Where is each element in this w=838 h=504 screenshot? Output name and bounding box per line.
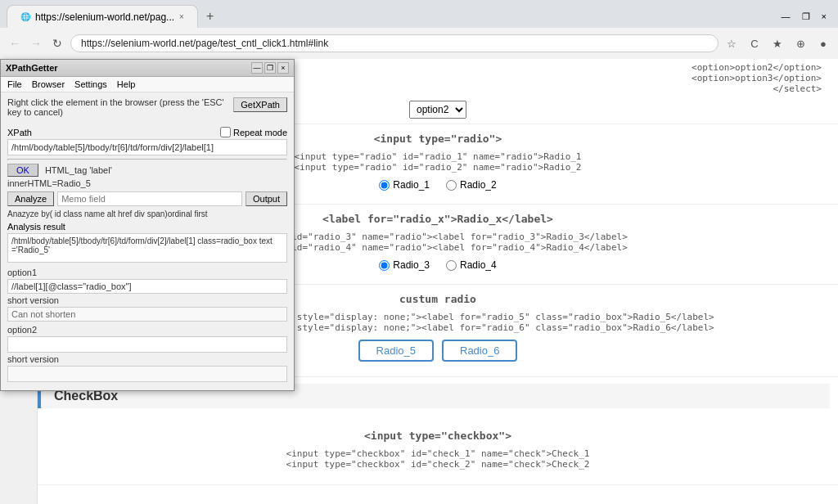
popup-instruction-row: Right click the element in the browser (…	[7, 97, 287, 122]
xpath-label-row: XPath Repeat mode	[7, 127, 287, 137]
menu-file[interactable]: File	[7, 79, 22, 89]
tab-title: https://selenium-world.net/pag...	[35, 11, 174, 23]
popup-controls: — ❐ ×	[251, 62, 289, 74]
menu-settings[interactable]: Settings	[74, 79, 107, 89]
analyze-row: Analyze Output	[7, 191, 287, 206]
checkbox-code: <input type="checkbox" id="check_1" name…	[54, 448, 822, 470]
option1-label: option1	[7, 268, 287, 277]
radio2-label-1: Radio_3	[393, 259, 430, 271]
option1-value[interactable]: //label[1][@class="radio_box"]	[7, 279, 287, 294]
popup-title: XPathGetter	[6, 63, 58, 73]
popup-body: Right click the element in the browser (…	[1, 92, 294, 390]
new-tab-button[interactable]: +	[201, 7, 219, 25]
tab-bar: 🌐 https://selenium-world.net/pag... × + …	[0, 0, 838, 28]
popup-instruction: Right click the element in the browser (…	[7, 97, 233, 117]
radio1-heading-text: <input type="radio">	[374, 133, 502, 145]
back-button[interactable]: ←	[7, 35, 23, 52]
option1-section: option1 //label[1][@class="radio_box"] s…	[7, 268, 287, 322]
option2-section: option2 short version	[7, 325, 287, 382]
popup-restore-button[interactable]: ❐	[264, 62, 276, 74]
extension-icon-1[interactable]: C	[746, 35, 763, 52]
radio2-item-1[interactable]: Radio_3	[379, 259, 430, 271]
analyze-by-row: Anazyze by( id class name alt href div s…	[7, 209, 287, 218]
popup-menu: File Browser Settings Help	[1, 77, 294, 92]
menu-browser[interactable]: Browser	[32, 79, 65, 89]
option1-short-label: short version	[7, 295, 287, 305]
bookmark-icon[interactable]: ☆	[723, 35, 740, 52]
option2-short-value	[7, 366, 287, 382]
option1-short-value: Can not shorten	[7, 307, 287, 322]
option2-value[interactable]	[7, 336, 287, 353]
popup-minimize-button[interactable]: —	[251, 62, 263, 74]
xpath-value: /html/body/table[5]/tbody/tr[6]/td/form/…	[7, 139, 287, 155]
output-button[interactable]: Output	[246, 191, 287, 206]
xpath-label: XPath	[7, 128, 32, 137]
radio2-label-2: Radio_4	[460, 259, 497, 271]
custom-radio-6[interactable]: Radio_6	[442, 340, 517, 362]
analysis-result-label: Analysis result	[7, 222, 287, 232]
browser-window: 🌐 https://selenium-world.net/pag... × + …	[0, 0, 838, 59]
radio1-label-1: Radio_1	[393, 179, 430, 191]
content-area: Microsoft E... <option>option2</option> …	[0, 59, 838, 504]
active-tab[interactable]: 🌐 https://selenium-world.net/pag... ×	[7, 5, 198, 28]
analysis-result-box: /html/body/table[5]/tbody/tr[6]/td/form/…	[7, 233, 287, 263]
getxpath-button[interactable]: GetXPath	[233, 97, 287, 112]
analyze-by-label: Anazyze by( id class name alt href div s…	[7, 209, 208, 218]
select-dropdown[interactable]: option2 option3	[409, 101, 466, 119]
radio2-item-2[interactable]: Radio_4	[446, 259, 497, 271]
radio1-item-2[interactable]: Radio_2	[446, 179, 497, 191]
popup-divider-1	[7, 159, 287, 160]
menu-help[interactable]: Help	[117, 79, 136, 89]
extension-icon-3[interactable]: ⊕	[792, 35, 809, 52]
radio2-heading-text: <label for="radio_x">Radio_x</label>	[322, 213, 553, 225]
memo-field[interactable]	[57, 191, 242, 206]
checkbox-code-line-2: <input type="checkbox" id="check_2" name…	[54, 459, 822, 470]
radio1-item-1[interactable]: Radio_1	[379, 179, 430, 191]
ok-tag-row: OK HTML_tag 'label'	[7, 164, 287, 177]
xpath-popup: XPathGetter — ❐ × File Browser Settings …	[0, 59, 295, 391]
minimize-window-button[interactable]: —	[777, 10, 795, 24]
profile-icon[interactable]: ●	[815, 35, 831, 52]
checkbox-code-line-1: <input type="checkbox" id="check_1" name…	[54, 448, 822, 459]
option2-label: option2	[7, 325, 287, 335]
close-window-button[interactable]: ×	[817, 10, 831, 24]
custom-radio-heading-text: custum radio	[399, 293, 476, 305]
repeat-mode-checkbox[interactable]	[220, 127, 231, 137]
popup-titlebar: XPathGetter — ❐ ×	[1, 60, 294, 77]
radio1-input-2[interactable]	[446, 180, 457, 191]
html-tag-label: HTML_tag 'label'	[45, 165, 112, 175]
repeat-mode-label: Repeat mode	[220, 127, 287, 137]
custom-radio-5[interactable]: Radio_5	[358, 340, 434, 362]
refresh-button[interactable]: ↻	[49, 35, 65, 52]
tab-close-button[interactable]: ×	[179, 12, 184, 21]
radio1-input-1[interactable]	[379, 180, 390, 191]
radio1-label-2: Radio_2	[460, 179, 497, 191]
address-bar[interactable]	[70, 34, 719, 52]
tab-favicon: 🌐	[20, 12, 30, 21]
forward-button[interactable]: →	[28, 35, 44, 52]
checkbox-heading: <input type="checkbox">	[54, 430, 822, 442]
option2-short-label: short version	[7, 354, 287, 364]
analyze-button[interactable]: Analyze	[7, 191, 54, 206]
ok-button[interactable]: OK	[7, 164, 38, 177]
inner-html-value: innerHTML=Radio_5	[7, 178, 287, 188]
extension-icon-2[interactable]: ★	[769, 35, 786, 52]
radio2-input-2[interactable]	[446, 260, 457, 271]
checkbox-heading-text: <input type="checkbox">	[364, 430, 511, 442]
nav-bar: ← → ↻ ☆ C ★ ⊕ ●	[0, 28, 838, 59]
restore-window-button[interactable]: ❐	[797, 10, 815, 24]
popup-close-button[interactable]: ×	[277, 62, 289, 74]
checkbox-section: <input type="checkbox"> <input type="che…	[38, 415, 838, 485]
radio2-input-1[interactable]	[379, 260, 390, 271]
